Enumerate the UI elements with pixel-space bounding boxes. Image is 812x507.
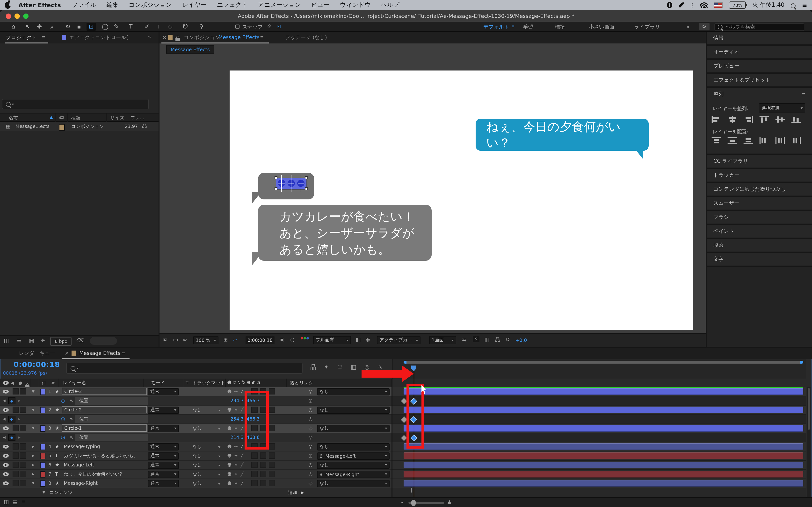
parent-link-select[interactable]: なし▾ bbox=[317, 461, 390, 469]
viewer-tab-comp-label[interactable]: コンポジション bbox=[184, 34, 220, 41]
shy-switch-icon[interactable]: ☻ bbox=[227, 453, 232, 458]
control-center-icon[interactable]: ≡ bbox=[802, 1, 807, 9]
chevron-down-icon[interactable]: ▾ bbox=[218, 408, 221, 412]
shape-tool-icon[interactable]: ◯ bbox=[101, 23, 110, 31]
distribute-hcenter-icon[interactable] bbox=[775, 137, 785, 145]
fast-previews-icon[interactable]: ⚡ bbox=[473, 336, 479, 342]
timeline-property-row-position[interactable]: ◀◆▶◷∿位置294.3466.3◎ bbox=[0, 396, 392, 406]
track-matte-value[interactable]: なし bbox=[192, 444, 202, 450]
workspace-ライブラリ[interactable]: ライブラリ bbox=[634, 24, 660, 31]
track-row[interactable] bbox=[393, 424, 806, 433]
layer-visibility-icon[interactable] bbox=[3, 454, 9, 458]
clone-stamp-tool-icon[interactable]: ⍑ bbox=[154, 23, 163, 31]
align-hcenter-icon[interactable] bbox=[727, 116, 737, 123]
chevron-down-icon[interactable]: ▾ bbox=[218, 445, 221, 449]
track-row[interactable] bbox=[393, 442, 806, 451]
panel-header-ペイント[interactable]: ペイント bbox=[707, 225, 812, 237]
quality-switch-icon[interactable]: ╱ bbox=[241, 444, 243, 449]
panel-header-情報[interactable]: 情報 bbox=[707, 32, 812, 44]
timeline-layer-row-Message-Left[interactable]: ▶6★Message-Left通常▾なし▾☻☼╱◎なし▾ bbox=[0, 461, 392, 470]
distribute-left-icon[interactable] bbox=[759, 137, 769, 145]
show-snapshot-icon[interactable]: ◌ bbox=[290, 337, 295, 342]
project-item-name[interactable]: Message...ects bbox=[15, 124, 50, 129]
composition-canvas[interactable]: ねぇ、今日の夕食何がいい？ カ bbox=[230, 70, 693, 330]
checkerboard-icon[interactable]: ▦ bbox=[365, 337, 370, 342]
puppet-pin-tool-icon[interactable]: ⚲ bbox=[197, 23, 206, 31]
position-x-value[interactable]: 294.3 bbox=[223, 398, 244, 403]
minimize-window-button[interactable] bbox=[14, 13, 20, 19]
col-frames[interactable]: フレ... bbox=[131, 115, 144, 121]
view-layout-select[interactable]: 1画面▾ bbox=[429, 336, 456, 344]
pick-whip-icon[interactable]: ◎ bbox=[308, 416, 312, 421]
menu-レイヤー[interactable]: レイヤー bbox=[182, 1, 207, 8]
rasterize-switch-icon[interactable]: ☼ bbox=[234, 463, 238, 467]
tab-timeline-comp[interactable]: Message Effects bbox=[79, 350, 120, 356]
panel-overflow-chevron[interactable]: » bbox=[148, 34, 151, 40]
project-item-row[interactable]: ▦ Message...ects コンポジション 23.97 品 bbox=[0, 122, 158, 131]
parent-link-select[interactable]: 8. Message-Right▾ bbox=[317, 470, 390, 478]
label-color-chip[interactable] bbox=[59, 124, 65, 131]
rasterize-switch-icon[interactable]: ☼ bbox=[234, 444, 238, 449]
blend-mode-select[interactable]: 通常▾ bbox=[148, 425, 179, 432]
reset-exposure-icon[interactable]: ↺ bbox=[506, 337, 510, 342]
apple-menu-icon[interactable] bbox=[5, 2, 11, 8]
align-top-icon[interactable] bbox=[759, 116, 769, 123]
pick-whip-icon[interactable]: ◎ bbox=[308, 481, 312, 486]
expand-layer-switches-icon[interactable]: ◫ bbox=[4, 499, 9, 505]
screen-mode-icon[interactable]: ▭ bbox=[173, 337, 178, 342]
snapshot-camera-icon[interactable]: ▣ bbox=[280, 337, 285, 342]
pick-whip-icon[interactable]: ◎ bbox=[308, 435, 312, 440]
switch-cell[interactable] bbox=[260, 480, 266, 486]
distribute-vcenter-icon[interactable] bbox=[727, 137, 737, 145]
type-tool-icon[interactable]: T bbox=[126, 23, 135, 31]
tab-footage[interactable]: フッテージ (なし) bbox=[285, 34, 327, 41]
snap-bounds-icon[interactable]: ⊡ bbox=[276, 24, 281, 29]
panel-header-ブラシ[interactable]: ブラシ bbox=[707, 211, 812, 224]
stopwatch-icon[interactable]: ◷ bbox=[61, 435, 65, 440]
menu-ファイル[interactable]: ファイル bbox=[71, 1, 96, 8]
multi-view-icon[interactable]: ⧉ bbox=[163, 337, 167, 342]
wifi-icon[interactable] bbox=[701, 2, 708, 8]
blend-mode-select[interactable]: 通常▾ bbox=[148, 452, 179, 459]
app-menu-title[interactable]: After Effects bbox=[18, 1, 61, 9]
zoom-slider-handle[interactable] bbox=[411, 500, 416, 506]
rasterize-switch-icon[interactable]: ☼ bbox=[234, 389, 238, 394]
spotlight-search-icon[interactable] bbox=[791, 3, 796, 8]
layer-visibility-icon[interactable] bbox=[3, 427, 9, 430]
layer-visibility-icon[interactable] bbox=[3, 408, 9, 412]
scrollbar-thumb[interactable] bbox=[808, 388, 810, 430]
rotate-tool-icon[interactable]: ↻ bbox=[63, 23, 72, 31]
layer-duration-bar[interactable] bbox=[404, 443, 803, 450]
menu-編集[interactable]: 編集 bbox=[106, 1, 118, 8]
col-type[interactable]: 種類 bbox=[71, 115, 80, 121]
timeline-property-row-position[interactable]: ◀◆▶◷∿位置214.3463.6◎ bbox=[0, 433, 392, 442]
rasterize-switch-icon[interactable]: ☼ bbox=[234, 481, 238, 486]
viewer-tab-comp-name[interactable]: Message Effects bbox=[218, 34, 260, 40]
col-layer-name[interactable]: レイヤー名 bbox=[63, 380, 86, 386]
track-row[interactable] bbox=[393, 488, 806, 497]
close-tab-icon[interactable]: × bbox=[65, 350, 69, 356]
audio-cell[interactable] bbox=[12, 406, 19, 413]
pick-whip-icon[interactable]: ◎ bbox=[308, 453, 312, 458]
panel-header-オーディオ[interactable]: オーディオ bbox=[707, 46, 812, 58]
parent-link-select[interactable]: なし▾ bbox=[317, 425, 390, 432]
audio-cell[interactable] bbox=[12, 480, 19, 486]
audio-cell[interactable] bbox=[12, 425, 19, 431]
layer-visibility-icon[interactable] bbox=[3, 445, 9, 449]
chevron-down-icon[interactable]: ▾ bbox=[218, 473, 221, 476]
distribute-right-icon[interactable] bbox=[791, 137, 801, 145]
property-name[interactable]: 位置 bbox=[79, 398, 89, 404]
rasterize-switch-icon[interactable]: ☼ bbox=[234, 407, 238, 412]
pick-whip-icon[interactable]: ◎ bbox=[308, 426, 312, 431]
blend-mode-select[interactable]: 通常▾ bbox=[148, 443, 179, 450]
align-right-icon[interactable] bbox=[743, 116, 753, 123]
property-name[interactable]: 位置 bbox=[79, 416, 89, 422]
audio-cell[interactable] bbox=[12, 452, 19, 459]
layer-name[interactable]: Message-Left bbox=[64, 462, 94, 467]
create-folder-icon[interactable]: ▤ bbox=[16, 338, 21, 343]
align-panel-menu-icon[interactable]: ≡ bbox=[802, 92, 805, 96]
graph-icon[interactable]: ∿ bbox=[69, 416, 74, 421]
snap-feature-icon[interactable]: ⟐ bbox=[267, 24, 271, 29]
bluetooth-icon[interactable]: ᛒ bbox=[691, 2, 694, 8]
timeline-property-row-position[interactable]: ◀◆▶◷∿位置254.3466.3◎ bbox=[0, 415, 392, 424]
